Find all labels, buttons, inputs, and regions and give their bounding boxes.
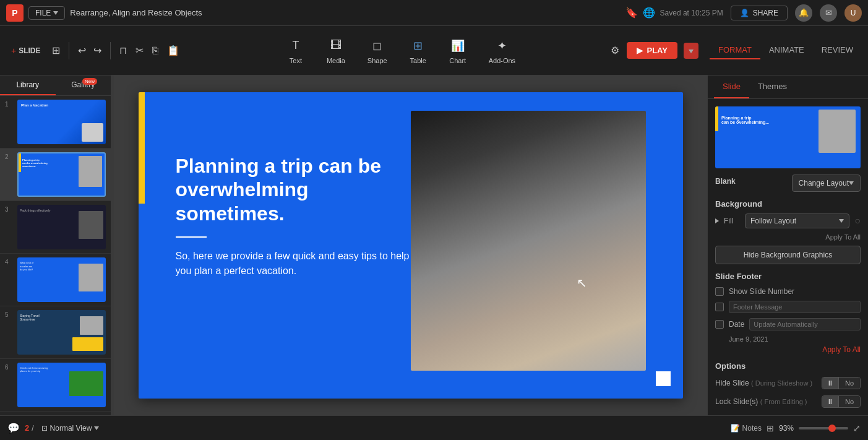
date-item: Date [715,318,861,330]
background-section-title: Background [715,199,861,209]
footer-message-input[interactable] [729,301,861,313]
layout-name: Blank [715,177,736,186]
preview-yellow-bar [715,106,718,131]
avatar[interactable]: U [844,4,862,22]
bookmark-icon[interactable]: 🔖 [625,7,638,19]
document-title: Rearrange, Align and Resize Objects [70,8,620,17]
chart-tool-button[interactable]: 📊 Chart [444,33,471,68]
add-slide-button[interactable]: + SLIDE [6,43,46,58]
undo-redo-group: ↩ ↪ [75,42,104,59]
tab-animate[interactable]: ANIMATE [760,41,813,59]
slide-preview-image: Check out these amazingplaces for your t… [17,363,106,407]
slide-thumbnail-2[interactable]: 2 Planning a tripcan be overwhelmingsome… [0,149,111,201]
undo-button[interactable]: ↩ [75,42,88,59]
fill-dropdown[interactable]: Follow Layout [745,214,849,228]
separator-2 [110,42,111,59]
text-tool-button[interactable]: T Text [282,33,309,68]
lock-slide-toggle-pause[interactable]: II [822,396,839,407]
copy-format-button[interactable]: ⊓ [117,42,129,59]
cut-button[interactable]: ✂ [133,42,146,59]
addons-tool-button[interactable]: ✦ Add-Ons [484,33,520,68]
footer-apply-all-button[interactable]: Apply To All [715,345,861,354]
view-mode-selector[interactable]: ⊡ Normal View [41,424,100,433]
bottom-bar: 💬 2 / ⊡ Normal View 📝 Notes ⊞ 93% ⤢ [0,415,868,440]
library-tab[interactable]: Library [0,75,56,95]
gallery-tab[interactable]: Gallery New [56,75,111,95]
date-label: Date [729,320,744,329]
expand-icon[interactable]: ⊞ [767,423,774,433]
slide-thumbnail-5[interactable]: 5 Staying TravelStress-free [0,306,111,359]
show-slide-number-checkbox[interactable] [715,287,724,296]
globe-icon[interactable]: 🌐 [643,7,655,19]
settings-icon[interactable]: ⚙ [608,42,622,59]
tab-themes[interactable]: Themes [749,75,796,98]
share-button[interactable]: 👤 SHARE [731,6,788,20]
tab-slide[interactable]: Slide [714,75,749,98]
current-page: 2 [25,423,29,433]
slide-canvas-area[interactable]: Planning a trip can be overwhelming some… [114,75,707,415]
zoom-level: 93% [779,424,794,433]
hide-slide-toggle-no[interactable]: No [839,377,860,389]
slide-divider [176,236,207,238]
notes-button[interactable]: 📝 Notes [731,424,762,433]
paste-button[interactable]: 📋 [165,42,182,59]
toolbar-left: + SLIDE ⊞ ↩ ↪ ⊓ ✂ ⎘ 📋 [6,42,182,59]
slide-preview-image: Plan a Vacation [17,100,106,144]
fill-expand-icon [715,218,719,223]
slide-footer-title: Slide Footer [715,272,861,281]
slide-image [411,111,646,371]
media-tool-button[interactable]: 🎞 Media [322,33,350,68]
slide-text-area: Planning a trip can be overwhelming some… [176,154,411,278]
notifications-icon[interactable]: 🔔 [795,4,812,22]
copy-button[interactable]: ⎘ [150,43,161,59]
hide-slide-toggle-pause[interactable]: II [822,377,839,389]
change-layout-chevron-icon [849,181,854,185]
date-checkbox[interactable] [715,320,724,329]
right-panel-tabs: Slide Themes [708,75,868,99]
slide-heading: Planning a trip can be overwhelming some… [176,154,411,225]
slide-thumbnail-3[interactable]: 3 Pack things effectively [0,201,111,254]
slide-preview-image: Staying TravelStress-free [17,310,106,355]
table-tool-button[interactable]: ⊞ Table [405,33,432,68]
footer-message-checkbox[interactable] [715,303,724,311]
play-button[interactable]: ▶ PLAY [627,42,677,59]
toolbar: + SLIDE ⊞ ↩ ↪ ⊓ ✂ ⎘ 📋 T Text 🎞 Media ◻ S… [0,26,868,75]
zoom-thumb [828,425,836,432]
date-auto-input[interactable] [749,318,861,330]
slide-preview-image: Planning a tripcan be overwhelmingsometi… [17,152,106,197]
notes-icon: 📝 [731,424,740,433]
slide-number: 6 [5,363,14,371]
chat-bubble-icon[interactable]: 💬 [7,422,20,434]
slide-canvas: Planning a trip can be overwhelming some… [139,92,683,399]
tab-review[interactable]: REVIEW [813,41,862,59]
play-options-button[interactable] [684,43,698,59]
tab-format[interactable]: FORMAT [710,41,760,59]
show-slide-number-item: Show Slide Number [715,287,861,296]
slides-panel: Library Gallery New 1 Plan a Vacation 2 … [0,75,111,415]
slide-thumbnail-1[interactable]: 1 Plan a Vacation [0,96,111,149]
messages-icon[interactable]: ✉ [820,4,837,22]
footer-message-item [715,301,861,313]
slide-preview-thumbnail: Planning a tripcan be overwhelming... [715,106,861,168]
preview-heading-text: Planning a tripcan be overwhelming... [721,116,769,124]
change-layout-button[interactable]: Change Layout [792,175,861,192]
slide-thumbnail-4[interactable]: 4 What kind oftraveler aredo you like? [0,254,111,306]
slide-thumbnail-6[interactable]: 6 Check out these amazingplaces for your… [0,359,111,412]
table-icon: ⊞ [410,37,427,54]
top-right-area: Saved at 10:25 PM 👤 SHARE 🔔 ✉ U [660,4,862,22]
redo-button[interactable]: ↪ [91,42,104,59]
apply-all-circle: ○ [854,215,861,226]
play-triangle-icon: ▶ [637,46,643,55]
app-icon: P [6,4,24,22]
chart-icon: 📊 [449,37,466,54]
main-area: Library Gallery New 1 Plan a Vacation 2 … [0,75,868,415]
preview-image [819,110,856,153]
fit-to-window-icon[interactable]: ⤢ [853,423,861,433]
lock-slide-toggle-no[interactable]: No [839,396,860,407]
shape-tool-button[interactable]: ◻ Shape [363,33,392,68]
zoom-slider[interactable] [799,427,848,429]
grid-view-button[interactable]: ⊞ [49,42,62,59]
file-menu-button[interactable]: FILE [28,6,65,20]
fill-dropdown-chevron-icon [839,219,844,223]
hide-background-graphics-button[interactable]: Hide Background Graphics [715,246,861,264]
